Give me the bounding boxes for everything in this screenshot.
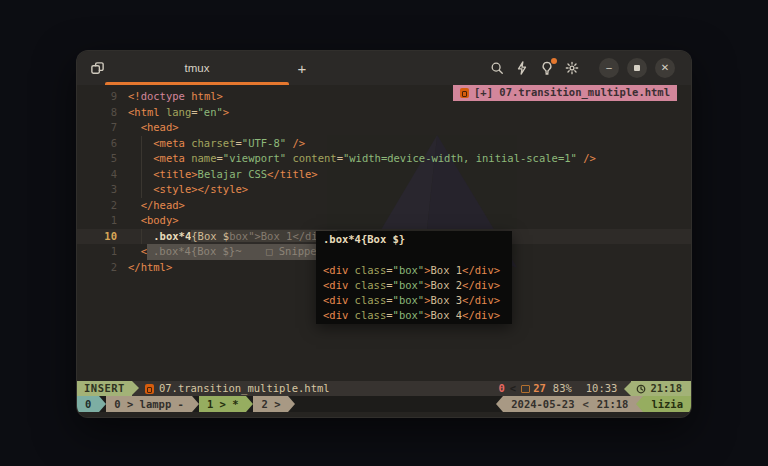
tmux-window-1[interactable]: 1 > * [199,396,247,412]
line-number: 3 [77,182,117,198]
code-line[interactable]: 3 <style></style> [77,182,691,198]
line-number: 8 [77,105,117,121]
tmux-date: 2024-05-23 [511,396,574,412]
indent-guide [141,182,142,198]
code-line[interactable]: 5 <meta name="viewport" content="width=d… [77,151,691,167]
line-number: 9 [77,89,117,105]
line-number: 7 [77,120,117,136]
editor-area[interactable]: 9<!doctype html>8<html lang="en">7 <head… [77,85,691,381]
code-token: doctype [141,90,185,102]
code-line[interactable]: 1 <body> [77,213,691,229]
line-number: 5 [77,151,117,167]
file-percent: 83% [546,381,579,396]
code-line[interactable]: 6 <meta charset="UTF-8" /> [77,136,691,152]
code-line[interactable]: 8<html lang="en"> [77,105,691,121]
code-token: <html [128,106,160,118]
tab-label: tmux [185,62,210,74]
line-number: 10 [77,229,117,245]
code-token: Box 3 [431,294,463,306]
quick-actions-icon[interactable] [514,60,530,76]
code-token [128,245,141,257]
gear-icon[interactable] [564,60,580,76]
powerline-separator [192,396,199,412]
code-token: Box 2 [431,279,463,291]
buffer-icon [521,385,530,393]
tmux-window-2[interactable]: 2 > [253,396,288,412]
search-icon[interactable] [489,60,505,76]
code-line[interactable]: 2 </head> [77,198,691,214]
code-token: Box 1 [431,264,463,276]
code-token: .box*4 [153,230,191,242]
code-token: class [348,309,386,321]
completion-label: .box*4{Box $}~ [153,244,242,260]
vim-statusline: INSERT 07.transition_multiple.html 0 < 2… [77,381,691,396]
code-token: <meta [153,152,185,164]
code-token: content [286,152,337,164]
line-number: 2 [77,198,117,214]
code-token: /> [577,152,596,164]
completion-menu-item[interactable]: .box*4{Box $}~ □ Snippet [147,244,329,260]
popup-line: <div class="box">Box 4</div> [323,308,505,323]
code-token: .box*4{Box $} [323,233,405,245]
statusline-separator: < [505,381,521,396]
tab-tmux[interactable]: tmux [105,51,289,85]
popup-line: <div class="box">Box 2</div> [323,278,505,293]
html-file-icon [460,88,469,98]
code-line[interactable]: 7 <head> [77,120,691,136]
powerline-separator [496,396,503,412]
code-token [128,121,141,133]
code-token: <head> [141,121,179,133]
popup-line: .box*4{Box $} [323,232,505,247]
powerline-separator [99,396,106,412]
minimize-button[interactable]: – [599,58,619,78]
badge-filename: [+] 07.transition_multiple.html [474,85,670,101]
tmux-window-0[interactable]: 0 > lampp - [106,396,192,412]
line-number: 1 [77,244,117,260]
titlebar: tmux + – ✕ [77,51,691,85]
completion-kind: □ Snippet [266,244,323,260]
cursor-position: 10:33 [579,381,625,396]
code-token: <body> [141,214,179,226]
code-line[interactable]: 4 <title>Belajar CSS</title> [77,167,691,183]
line-number: 6 [77,136,117,152]
line-number: 2 [77,260,117,276]
code-token: </div> [462,279,500,291]
maximize-button[interactable] [627,58,647,78]
code-token: {Box $ [191,230,229,242]
code-token: Box 4 [431,309,463,321]
code-token: "box" [393,264,425,276]
statusline-filename: 07.transition_multiple.html [159,381,330,396]
code-token: </div> [462,309,500,321]
powerline-separator [132,381,139,395]
code-token: Belajar CSS [198,168,268,180]
code-token: name [185,152,217,164]
tips-icon[interactable] [539,60,555,76]
code-token: class [348,279,386,291]
tmux-session[interactable]: 0 [77,396,99,412]
clock-icon [636,384,646,394]
code-token: "box" [393,309,425,321]
close-button[interactable]: ✕ [655,58,675,78]
code-token: <! [128,90,141,102]
line-number: 1 [77,213,117,229]
terminal-window: tmux + – ✕ 9< [76,50,692,418]
buffer-count: 27 [533,381,546,396]
popup-line: <div class="box">Box 1</div> [323,263,505,278]
tab-overview-icon[interactable] [89,60,105,76]
code-token: "width=device-width, initial-scale=1" [343,152,577,164]
code-token: <div [323,309,348,321]
code-token: <meta [153,137,185,149]
indent-guide [141,167,142,183]
new-tab-button[interactable]: + [289,60,315,77]
code-token: charset [185,137,236,149]
code-token: "en" [198,106,223,118]
code-token: "box" [393,279,425,291]
code-token: <div [323,279,348,291]
indent-guide [141,136,142,152]
popup-line: <div class="box">Box 3</div> [323,293,505,308]
snippet-preview-popup: .box*4{Box $}<div class="box">Box 1</div… [316,231,512,324]
code-token: </html> [128,261,172,273]
html-file-icon [145,384,154,394]
tmux-window-list: 0 > lampp -1 > *2 > [106,396,295,412]
code-token: class [348,294,386,306]
